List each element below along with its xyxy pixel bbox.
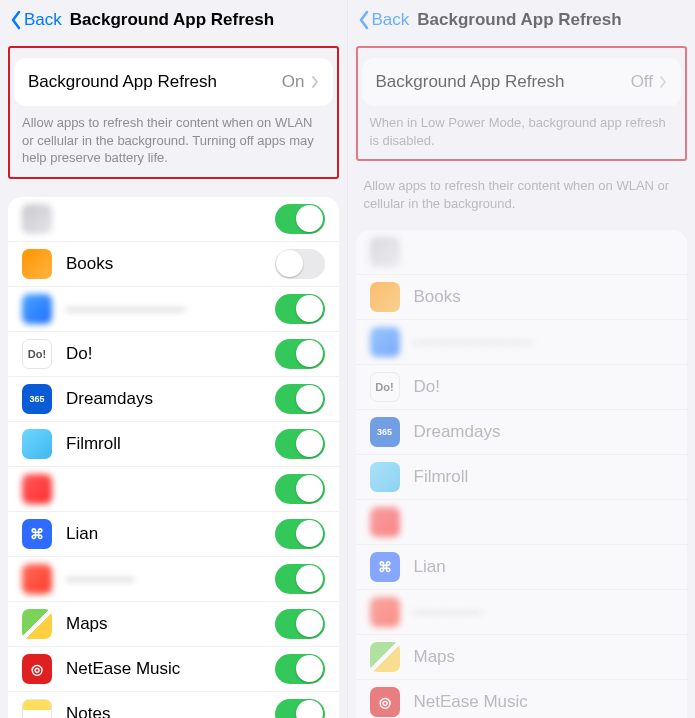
app-row: Books (8, 242, 339, 287)
app-name-label: Dreamdays (414, 422, 674, 442)
app-toggle[interactable] (275, 474, 325, 504)
app-row: Notes (8, 692, 339, 718)
app-row: Books (356, 275, 688, 320)
help-text: Allow apps to refresh their content when… (348, 167, 696, 212)
navbar: Back Background App Refresh (0, 0, 347, 46)
app-row: ——————— (356, 320, 688, 365)
app-row: Filmroll (356, 455, 688, 500)
chevron-left-icon (358, 10, 370, 30)
app-row (8, 467, 339, 512)
main-setting-label: Background App Refresh (28, 72, 282, 92)
settings-panel-off: Back Background App Refresh Background A… (348, 0, 696, 718)
app-toggle[interactable] (275, 339, 325, 369)
app-name-label: Lian (66, 524, 275, 544)
app-row: ———— (8, 557, 339, 602)
page-title: Background App Refresh (70, 10, 274, 30)
app-name-label: Filmroll (414, 467, 674, 487)
app-icon (370, 327, 400, 357)
app-name-label: NetEase Music (66, 659, 275, 679)
app-name-label: Do! (414, 377, 674, 397)
app-row: Do!Do! (8, 332, 339, 377)
back-button[interactable]: Back (10, 10, 62, 30)
app-row (356, 500, 688, 545)
app-row: ◎NetEase Music (356, 680, 688, 718)
app-name-label: ——————— (66, 299, 275, 319)
navbar: Back Background App Refresh (348, 0, 696, 46)
app-row: Maps (356, 635, 688, 680)
app-name-label: Filmroll (66, 434, 275, 454)
app-name-label: Do! (66, 344, 275, 364)
back-label: Back (24, 10, 62, 30)
chevron-right-icon (311, 75, 319, 89)
app-row (356, 230, 688, 275)
main-setting-label: Background App Refresh (376, 72, 631, 92)
app-row: Maps (8, 602, 339, 647)
app-icon (22, 204, 52, 234)
app-toggle[interactable] (275, 519, 325, 549)
app-row: ———— (356, 590, 688, 635)
app-row: ——————— (8, 287, 339, 332)
highlight-box: Background App Refresh On Allow apps to … (8, 46, 339, 179)
chevron-left-icon (10, 10, 22, 30)
app-name-label: Maps (414, 647, 674, 667)
app-icon: 365 (370, 417, 400, 447)
app-icon: ⌘ (22, 519, 52, 549)
app-icon (370, 237, 400, 267)
background-app-refresh-row[interactable]: Background App Refresh On (14, 58, 333, 106)
page-title: Background App Refresh (417, 10, 621, 30)
low-power-text: When in Low Power Mode, background app r… (358, 106, 686, 149)
app-icon (22, 699, 52, 718)
app-row (8, 197, 339, 242)
app-name-label: Lian (414, 557, 674, 577)
highlight-box: Background App Refresh Off When in Low P… (356, 46, 688, 161)
app-name-label: Books (414, 287, 674, 307)
app-row: ⌘Lian (356, 545, 688, 590)
app-icon (22, 249, 52, 279)
app-icon (22, 294, 52, 324)
app-row: ⌘Lian (8, 512, 339, 557)
app-row: 365Dreamdays (8, 377, 339, 422)
background-app-refresh-row[interactable]: Background App Refresh Off (362, 58, 682, 106)
app-icon (370, 282, 400, 312)
app-toggle[interactable] (275, 294, 325, 324)
app-name-label: ——————— (414, 332, 674, 352)
app-icon: ◎ (370, 687, 400, 717)
app-icon: ⌘ (370, 552, 400, 582)
app-name-label: Notes (66, 704, 275, 718)
app-toggle[interactable] (275, 204, 325, 234)
app-name-label: Maps (66, 614, 275, 634)
app-toggle[interactable] (275, 699, 325, 718)
app-row: ◎NetEase Music (8, 647, 339, 692)
main-setting-value: Off (631, 72, 653, 92)
app-toggle[interactable] (275, 384, 325, 414)
app-name-label: Dreamdays (66, 389, 275, 409)
back-label: Back (372, 10, 410, 30)
app-icon (370, 642, 400, 672)
app-icon: Do! (22, 339, 52, 369)
app-row: Filmroll (8, 422, 339, 467)
app-toggle[interactable] (275, 429, 325, 459)
app-list: Books———————Do!Do!365DreamdaysFilmroll⌘L… (356, 230, 688, 718)
back-button[interactable]: Back (358, 10, 410, 30)
app-row: 365Dreamdays (356, 410, 688, 455)
app-toggle[interactable] (275, 564, 325, 594)
settings-panel-on: Back Background App Refresh Background A… (0, 0, 348, 718)
app-toggle[interactable] (275, 609, 325, 639)
app-icon (370, 507, 400, 537)
app-name-label: ———— (66, 569, 275, 589)
app-toggle[interactable] (275, 249, 325, 279)
app-list: Books———————Do!Do!365DreamdaysFilmroll⌘L… (8, 197, 339, 718)
app-icon (22, 474, 52, 504)
app-name-label: Books (66, 254, 275, 274)
help-text: Allow apps to refresh their content when… (10, 106, 337, 167)
main-setting-value: On (282, 72, 305, 92)
app-icon (22, 429, 52, 459)
app-icon: Do! (370, 372, 400, 402)
chevron-right-icon (659, 75, 667, 89)
app-icon (22, 609, 52, 639)
app-icon (370, 462, 400, 492)
app-name-label: NetEase Music (414, 692, 674, 712)
app-toggle[interactable] (275, 654, 325, 684)
app-icon: ◎ (22, 654, 52, 684)
app-icon (370, 597, 400, 627)
